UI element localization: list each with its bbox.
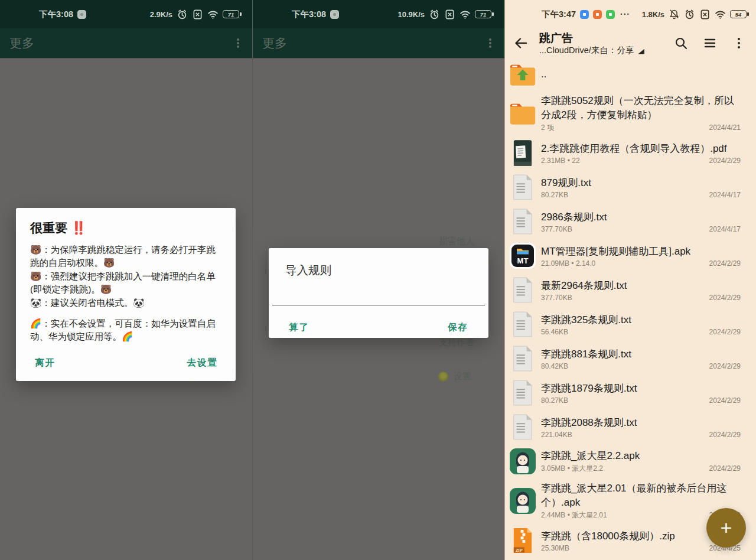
file-row[interactable]: 2.李跳跳使用教程（含规则导入教程）.pdf 2.31MB • 22 2024/…	[505, 136, 756, 170]
screenshot-composite: 下午3:08 2.9K/s 71 更多 损害他人 支持作者 设置 很重要‼️	[0, 0, 756, 560]
dialog-text-line	[30, 310, 223, 317]
file-meta: 80.27KB	[541, 191, 709, 199]
txt-icon	[509, 379, 537, 407]
mt-icon: MT	[509, 242, 537, 270]
svg-text:ZIP: ZIP	[516, 548, 523, 553]
sim-disabled-icon	[444, 9, 455, 20]
file-name: MT管理器[复制规则辅助工具].apk	[541, 245, 741, 259]
alarm-icon	[177, 9, 188, 20]
import-rules-dialog: 导入规则 算了 保存	[269, 248, 488, 338]
file-name: ..	[541, 63, 741, 86]
mute-bell-icon	[669, 9, 680, 20]
file-row[interactable]: 879规则.txt 80.27KB 2024/4/17	[505, 170, 756, 204]
file-meta: 377.70KB	[541, 225, 709, 233]
file-name: 李跳跳_派大星2.2.apk	[541, 449, 741, 463]
panel-more-import-dialog: 下午3:08 10.9K/s 71 更多 损害他人 支持作者 设置 导入规则	[252, 0, 504, 560]
notification-app-icon-orange	[593, 10, 602, 19]
page-title: 更多	[262, 35, 287, 51]
file-row[interactable]: 李跳跳325条规则.txt 56.46KB 2024/2/29	[505, 307, 756, 341]
file-date: 2024/2/29	[709, 259, 741, 268]
back-icon[interactable]	[512, 34, 530, 52]
dialog-title: 导入规则	[285, 262, 488, 278]
leave-button[interactable]: 离开	[31, 352, 59, 374]
battery-icon: 71	[223, 10, 239, 18]
file-row[interactable]: 李跳跳_派大星2.2.apk 3.05MB • 派大星2.2 2024/2/29	[505, 444, 756, 478]
file-date: 2024/2/29	[709, 464, 741, 473]
file-date: 2024/2/29	[709, 362, 741, 370]
file-date: 2024/4/17	[709, 225, 741, 233]
more-options-icon[interactable]	[233, 35, 243, 51]
status-time: 下午3:08	[292, 9, 326, 20]
file-name: 2.李跳跳使用教程（含规则导入教程）.pdf	[541, 142, 741, 156]
title-block[interactable]: 跳广告 ...CloudDrive/来自：分享	[539, 31, 660, 56]
girl-icon	[509, 447, 537, 476]
txt-icon	[509, 276, 537, 304]
important-notice-dialog: 很重要‼️ 🐻：为保障李跳跳稳定运行，请务必打开李跳跳的自启动权限。🐻🐻：强烈建…	[16, 208, 236, 381]
file-date: 2024/2/29	[709, 396, 741, 405]
file-row[interactable]: ..	[505, 58, 756, 91]
cancel-button[interactable]: 算了	[285, 317, 313, 338]
alarm-icon	[429, 9, 440, 20]
file-name: 879规则.txt	[541, 176, 741, 190]
file-meta: 3.05MB • 派大星2.2	[541, 464, 709, 474]
battery-icon: 71	[475, 10, 491, 18]
svg-text:MT: MT	[517, 256, 529, 265]
dialog-text-line: 🐻：为保障李跳跳稳定运行，请务必打开李跳跳的自启动权限。🐻	[30, 243, 223, 270]
notification-app-icon-green	[606, 10, 615, 19]
dialog-text-line: 🌈：实在不会设置，可百度：如华为设置自启动、华为锁定应用等。🌈	[30, 317, 223, 344]
file-meta: 21.09MB • 2.14.0	[541, 259, 709, 268]
status-app-icon	[77, 10, 86, 19]
txt-icon	[509, 207, 537, 236]
file-row[interactable]: MT MT管理器[复制规则辅助工具].apk 21.09MB • 2.14.0 …	[505, 239, 756, 273]
add-fab-button[interactable]: +	[706, 508, 746, 548]
wifi-icon	[715, 9, 726, 20]
file-row[interactable]: 规则328.txt 59.06KB 2024/4/17	[505, 558, 756, 560]
file-date: 2024/4/21	[709, 123, 741, 132]
wifi-icon	[207, 9, 219, 20]
more-options-icon[interactable]	[731, 35, 747, 51]
file-date: 2024/2/29	[709, 157, 741, 165]
breadcrumb[interactable]: ...CloudDrive/来自：分享	[539, 45, 660, 56]
app-bar: 更多	[0, 28, 252, 58]
notification-app-icon-blue	[580, 10, 589, 19]
save-button[interactable]: 保存	[444, 317, 472, 338]
file-meta: 2.31MB • 22	[541, 157, 709, 165]
file-row[interactable]: 李跳跳881条规则.txt 80.42KB 2024/2/29	[505, 341, 756, 376]
search-icon[interactable]	[673, 35, 689, 51]
txt-icon	[509, 310, 537, 338]
go-settings-button[interactable]: 去设置	[184, 352, 222, 374]
page-title: 更多	[9, 35, 34, 51]
rule-input-field[interactable]	[272, 291, 485, 305]
network-speed: 1.8K/s	[642, 10, 664, 19]
panel-file-manager: 下午3:47 ··· 1.8K/s 54 跳广告 ...CloudDrive/来	[504, 0, 756, 560]
dialog-actions: 离开 去设置	[30, 352, 223, 374]
file-row[interactable]: 2986条规则.txt 377.70KB 2024/4/17	[505, 204, 756, 239]
file-meta: 377.70KB	[541, 294, 709, 302]
dialog-body: 🐻：为保障李跳跳稳定运行，请务必打开李跳跳的自启动权限。🐻🐻：强烈建议把李跳跳加…	[30, 243, 223, 344]
file-date: 2024/2/29	[709, 328, 741, 336]
status-app-icon	[330, 10, 339, 19]
file-meta: 56.46KB	[541, 328, 709, 336]
status-bar: 下午3:47 ··· 1.8K/s 54	[505, 0, 756, 28]
battery-level: 71	[480, 11, 487, 18]
file-row[interactable]: 李跳跳2088条规则.txt 221.04KB 2024/2/29	[505, 410, 756, 444]
status-bar: 下午3:08 2.9K/s 71	[0, 0, 252, 28]
txt-icon	[509, 173, 537, 201]
status-time: 下午3:08	[39, 9, 73, 20]
file-name: 李跳跳1879条规则.txt	[541, 382, 741, 396]
battery-level: 54	[735, 11, 742, 18]
file-row[interactable]: 最新2964条规则.txt 377.70KB 2024/2/29	[505, 273, 756, 307]
txt-icon	[509, 413, 537, 441]
dialog-actions: 算了 保存	[269, 317, 488, 338]
panel-more-important-dialog: 下午3:08 2.9K/s 71 更多 损害他人 支持作者 设置 很重要‼️	[0, 0, 252, 560]
file-name: 2986条规则.txt	[541, 210, 741, 224]
file-row[interactable]: 李跳跳5052规则（一次无法完全复制，所以分成2段，方便复制粘贴） 2 项 20…	[505, 91, 756, 136]
alarm-icon	[684, 9, 695, 20]
status-time: 下午3:47	[542, 9, 576, 20]
app-bar: 更多	[253, 28, 504, 58]
plus-icon: +	[721, 516, 732, 539]
file-name: 最新2964条规则.txt	[541, 279, 741, 293]
more-options-icon[interactable]	[485, 35, 495, 51]
view-list-icon[interactable]	[702, 35, 718, 51]
file-row[interactable]: 李跳跳1879条规则.txt 80.27KB 2024/2/29	[505, 376, 756, 410]
